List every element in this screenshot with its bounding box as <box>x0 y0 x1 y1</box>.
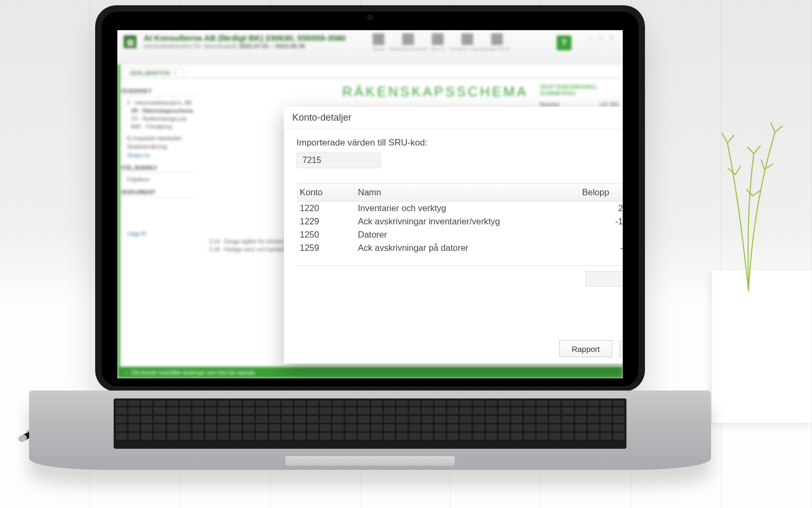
laptop-deck <box>29 391 711 470</box>
col-header-konto[interactable]: Konto <box>297 184 355 201</box>
tab-deklaration[interactable]: DEKLARATION× <box>123 68 183 78</box>
sidebar-item[interactable]: 2R - Räkenskapsschema <box>122 107 198 115</box>
app-screen: ▦ AI Konsulterna AB (färdigt BK) 230630,… <box>117 30 623 378</box>
table-row[interactable]: 1220Inventarier och verktyg219 892 <box>297 202 623 215</box>
toolbar: Spara Deklarations-kontroll Skriv ut Kli… <box>369 33 506 51</box>
col-header-belopp[interactable]: Belopp <box>579 184 623 201</box>
trackpad <box>285 456 455 466</box>
toolbar-control[interactable]: Deklarations-kontroll <box>399 33 418 51</box>
accounts-table: Konto Namn Belopp ▲ 1220Inventarier och … <box>297 183 623 266</box>
toolbar-clientcard[interactable]: Klientkort i Capego <box>458 33 477 51</box>
sidebar-item[interactable]: 2S - Skattemässiga just <box>122 115 198 123</box>
sidebar-item[interactable]: Ej kopplade blanketter <box>122 134 198 142</box>
keyboard <box>114 398 626 449</box>
window-minimize-icon[interactable]: – <box>588 34 592 41</box>
close-button[interactable]: Stäng <box>620 340 623 357</box>
toolbar-print[interactable]: Skriv ut <box>428 33 447 51</box>
toolbar-save[interactable]: Spara <box>369 33 388 51</box>
sidebar-item[interactable]: 2 - Inkomstdeklaration, AB <box>122 98 198 107</box>
page-title: RÄKENSKAPSSCHEMA <box>209 84 528 100</box>
sidebar-item[interactable]: BAF - Försäljning <box>122 123 198 131</box>
rightcol-title: SKATTEBERÄKNING, SUMMERING <box>540 84 619 96</box>
window-close-icon[interactable]: × <box>610 34 613 41</box>
sidebar-heading-dokument: DOKUMENT <box>122 189 198 197</box>
toolbar-sie[interactable]: Skapa SIE-fil <box>487 33 506 51</box>
status-bar: ○ Ditt ärende innehåller ändringar som i… <box>117 367 623 378</box>
camera-dot <box>367 15 373 20</box>
sidebar: ÖVERSIKT 2 - Inkomstdeklaration, AB 2R -… <box>117 78 202 367</box>
sru-code-input[interactable] <box>297 152 381 168</box>
tab-close-icon[interactable]: × <box>173 70 177 76</box>
table-row[interactable]: 1250Datorer34 590 <box>297 228 623 241</box>
import-label: Importerade värden till SRU-kod: <box>297 138 623 148</box>
table-row[interactable]: 1229Ack avskrivningar inventarier/verkty… <box>297 215 623 228</box>
decor-plant <box>690 53 812 423</box>
table-row[interactable]: 1259Ack avskrivningar på datorer-12 844 <box>297 241 623 255</box>
sidebar-add-link[interactable]: Lägg till <box>122 229 198 238</box>
sidebar-heading-oversikt: ÖVERSIKT <box>122 88 198 96</box>
app-subtitle: Inkomstdeklaration för räkenskapsår 2022… <box>144 43 346 49</box>
app-logo-icon: ▦ <box>124 35 136 48</box>
account-details-dialog: Konto-detaljer × Importerade värden till… <box>284 107 623 364</box>
sidebar-new-link[interactable]: Skapa ny <box>122 151 198 159</box>
window-maximize-icon[interactable]: □ <box>599 34 603 41</box>
sidebar-heading-foljebrev: FÖLJEBREV <box>122 165 198 173</box>
dialog-title: Konto-detaljer <box>292 112 352 123</box>
sidebar-item[interactable]: Skatteberäkning <box>122 142 198 151</box>
sidebar-item[interactable]: Följebrev <box>122 175 198 184</box>
sum-output: 74 857 <box>585 271 623 287</box>
report-button[interactable]: Rapport <box>559 340 612 357</box>
app-title: AI Konsulterna AB (färdigt BK) 230630, 5… <box>144 33 346 43</box>
help-button[interactable]: ? <box>557 35 571 50</box>
col-header-namn[interactable]: Namn <box>355 184 579 201</box>
laptop-frame: ▦ AI Konsulterna AB (färdigt BK) 230630,… <box>95 5 645 392</box>
